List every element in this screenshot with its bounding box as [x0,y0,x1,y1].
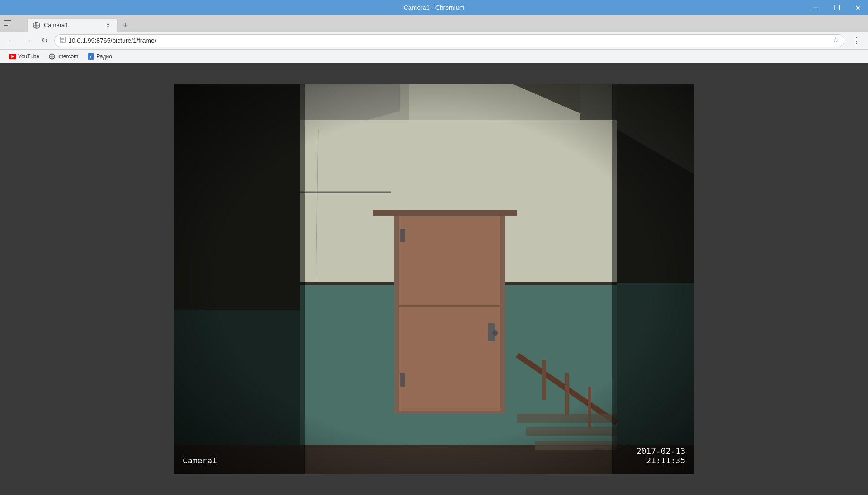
tab-favicon [33,22,40,29]
address-input[interactable]: 10.0.1.99:8765/picture/1/frame/ ☆ [54,34,844,47]
restore-button[interactable]: ❐ [826,0,847,15]
reload-button[interactable]: ↻ [38,34,51,47]
bookmarks-bar: YouTube intercom i Радио [0,50,868,63]
main-content: Camera1 2017-02-13 21:11:35 [0,63,868,495]
camera-timestamp: 2017-02-13 21:11:35 [637,446,685,465]
window-controls: ─ ❐ ✕ [806,0,868,15]
title-bar: Camera1 - Chromium ─ ❐ ✕ [0,0,868,15]
minimize-button[interactable]: ─ [806,0,826,15]
bookmark-star-icon[interactable]: ☆ [832,36,839,45]
bookmark-youtube[interactable]: YouTube [5,52,43,61]
forward-button[interactable]: → [22,34,34,47]
tab-bar: Camera1 × + [0,15,868,32]
back-icon: ← [8,37,15,45]
tab-label: Camera1 [44,22,101,28]
reload-icon: ↻ [42,36,47,45]
svg-rect-0 [4,20,11,21]
browser-menu-icon [3,19,12,28]
bookmark-radio-label: Радио [96,53,112,60]
bookmark-intercom[interactable]: intercom [45,52,82,61]
svg-rect-51 [612,84,694,474]
svg-rect-2 [4,25,8,26]
globe-icon [49,53,55,60]
camera-scene-svg [174,84,694,474]
browser-menu-button[interactable]: ⋮ [850,34,863,47]
camera-view: Camera1 2017-02-13 21:11:35 [174,84,694,474]
new-tab-button[interactable]: + [119,19,132,32]
tab-close-button[interactable]: × [104,22,112,29]
svg-rect-50 [174,84,305,474]
svg-text:i: i [90,54,92,59]
url-text: 10.0.1.99:8765/picture/1/frame/ [68,37,830,44]
svg-rect-1 [4,23,11,23]
radio-favicon-icon: i [87,53,94,60]
close-button[interactable]: ✕ [847,0,868,15]
window-title: Camera1 - Chromium [404,4,465,11]
back-button[interactable]: ← [5,34,18,47]
intercom-favicon-icon [48,53,56,60]
camera-label: Camera1 [183,456,217,465]
info-icon: i [88,53,94,60]
bookmark-intercom-label: intercom [57,53,78,60]
page-icon [60,37,66,44]
bookmark-radio[interactable]: i Радио [84,52,116,61]
bookmark-youtube-label: YouTube [18,53,39,60]
forward-icon: → [24,37,32,45]
youtube-favicon-icon [9,53,16,60]
tab-bar-left [0,15,14,32]
tab-menu-button[interactable] [2,18,13,29]
tab-menu-icon [3,19,12,29]
youtube-icon [9,54,16,59]
active-tab[interactable]: Camera1 × [27,18,118,32]
address-bar: ← → ↻ 10.0.1.99:8765/picture/1/frame/ ☆ … [0,32,868,50]
tab-favicon-icon [33,22,40,29]
document-icon [60,37,66,43]
